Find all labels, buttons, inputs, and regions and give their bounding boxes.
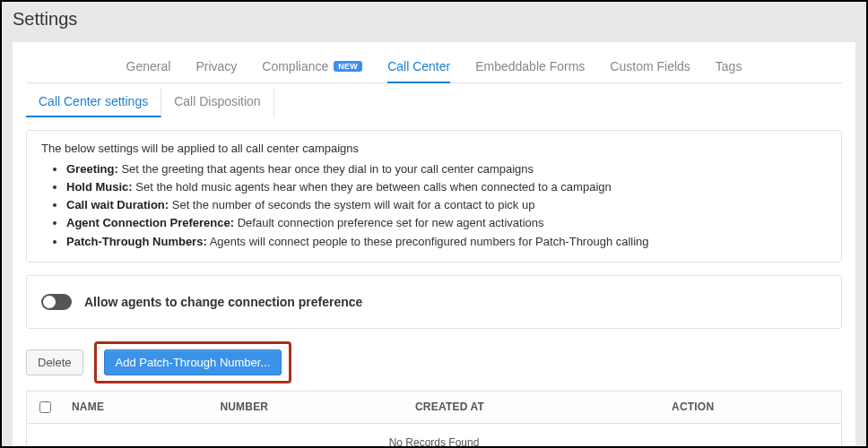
- tab-privacy[interactable]: Privacy: [195, 59, 237, 73]
- tab-compliance-label: Compliance: [262, 59, 328, 73]
- select-all-checkbox[interactable]: [39, 401, 51, 413]
- tab-call-center[interactable]: Call Center: [387, 59, 450, 73]
- allow-agents-toggle-label: Allow agents to change connection prefer…: [84, 295, 362, 309]
- tab-custom-fields[interactable]: Custom Fields: [610, 59, 690, 73]
- info-item: Greeting: Set the greeting that agents h…: [66, 160, 827, 178]
- patch-through-table: NAME NUMBER CREATED AT ACTION No Records…: [26, 391, 842, 448]
- info-intro: The below settings will be applied to al…: [41, 142, 827, 155]
- sub-tabs: Call Center settings Call Disposition: [26, 83, 842, 117]
- info-box: The below settings will be applied to al…: [26, 130, 842, 263]
- subtab-call-center-settings[interactable]: Call Center settings: [26, 89, 161, 117]
- info-item: Patch-Through Numbers: Agents will conne…: [66, 233, 827, 251]
- tab-embeddable-forms[interactable]: Embeddable Forms: [475, 59, 585, 73]
- info-list: Greeting: Set the greeting that agents h…: [41, 160, 827, 251]
- highlight-annotation: Add Patch-Through Number...: [94, 341, 292, 383]
- app-frame: Settings General Privacy Compliance NEW …: [0, 0, 868, 448]
- top-tabs: General Privacy Compliance NEW Call Cent…: [26, 43, 842, 83]
- col-select-all: [27, 391, 64, 423]
- page-title: Settings: [2, 2, 866, 35]
- col-created-at: CREATED AT: [406, 391, 663, 423]
- add-patch-through-number-button[interactable]: Add Patch-Through Number...: [104, 349, 282, 375]
- tab-tags[interactable]: Tags: [716, 59, 742, 73]
- col-action: ACTION: [663, 391, 841, 423]
- toggle-box: Allow agents to change connection prefer…: [26, 275, 842, 329]
- tab-general[interactable]: General: [126, 59, 171, 73]
- table-empty-row: No Records Found: [27, 423, 842, 448]
- info-item: Call wait Duration: Set the number of se…: [66, 196, 827, 214]
- settings-card: General Privacy Compliance NEW Call Cent…: [13, 42, 855, 448]
- actions-row: Delete Add Patch-Through Number...: [26, 341, 842, 383]
- subtab-call-disposition[interactable]: Call Disposition: [161, 89, 273, 117]
- col-number: NUMBER: [211, 391, 406, 423]
- col-name: NAME: [63, 391, 211, 423]
- allow-agents-toggle[interactable]: [41, 294, 72, 310]
- info-item: Agent Connection Preference: Default con…: [66, 214, 827, 232]
- tab-compliance[interactable]: Compliance NEW: [262, 59, 362, 73]
- new-badge: NEW: [334, 61, 362, 72]
- info-item: Hold Music: Set the hold music agents he…: [66, 178, 827, 196]
- delete-button[interactable]: Delete: [26, 349, 83, 375]
